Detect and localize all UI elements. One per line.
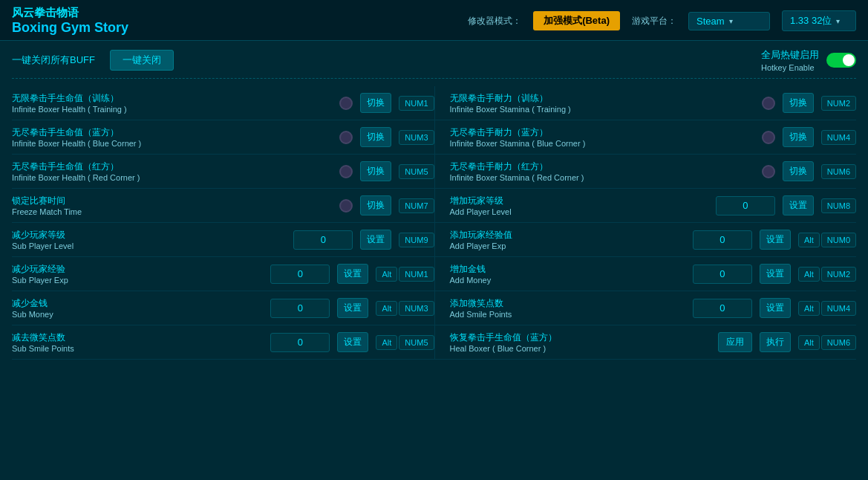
alt-badge: Alt xyxy=(376,335,397,350)
cheat-info: 无限拳击手耐力（训练） Infinite Boxer Stamina ( Tra… xyxy=(450,92,754,114)
value-input-left[interactable] xyxy=(270,333,330,352)
key-badge-left: NUM5 xyxy=(399,164,434,179)
cheat-row: 无限拳击手耐力（训练） Infinite Boxer Stamina ( Tra… xyxy=(434,86,857,120)
cheat-cn: 减少玩家经验 xyxy=(12,263,263,276)
top-bar-right: 全局热键启用 Hotkey Enable xyxy=(761,48,856,72)
value-input-left[interactable] xyxy=(270,299,330,318)
cheat-en: Infinite Boxer Health ( Training ) xyxy=(12,105,332,114)
cheat-info: 无尽拳击手生命值（红方） Infinite Boxer Health ( Red… xyxy=(12,160,332,182)
cheat-cn: 无尽拳击手生命值（蓝方） xyxy=(12,126,332,139)
action-btn-right[interactable]: 切换 xyxy=(783,161,814,181)
cheat-info: 添加微笑点数 Add Smile Points xyxy=(450,297,685,319)
action-btn-left[interactable]: 切换 xyxy=(360,93,391,113)
buff-label: 一键关闭所有BUFF xyxy=(12,53,95,67)
value-input-right[interactable] xyxy=(693,299,752,318)
key-badge-group: Alt NUM5 xyxy=(376,335,434,350)
main-content: 一键关闭所有BUFF 一键关闭 全局热键启用 Hotkey Enable 无限拳… xyxy=(0,41,868,367)
cheat-row: 增加金钱 Add Money 设置 Alt NUM2 xyxy=(434,257,857,291)
cheat-cn: 锁定比赛时间 xyxy=(12,195,332,207)
action-btn-right[interactable]: 设置 xyxy=(760,298,791,318)
alt-badge: Alt xyxy=(376,301,397,316)
action-btn-right[interactable]: 设置 xyxy=(760,230,791,250)
apply-btn-right[interactable]: 应用 xyxy=(718,332,752,352)
cheat-row: 减少金钱 Sub Money 设置 Alt NUM3 xyxy=(12,291,434,325)
key-badge-group: NUM9 xyxy=(399,233,434,247)
cheat-info: 恢复拳击手生命值（蓝方） Heal Boxer ( Blue Corner ) xyxy=(450,331,711,353)
mode-label: 修改器模式： xyxy=(468,15,521,27)
action-btn-right[interactable]: 切换 xyxy=(783,93,814,113)
action-btn-left[interactable]: 切换 xyxy=(360,195,391,215)
hotkey-cn: 全局热键启用 xyxy=(761,48,819,62)
platform-select[interactable]: Steam ▾ xyxy=(688,12,770,30)
toggle-left[interactable] xyxy=(339,165,353,178)
cheat-row: 添加微笑点数 Add Smile Points 设置 Alt NUM4 xyxy=(434,291,857,325)
action-btn-right[interactable]: 切换 xyxy=(783,127,814,147)
top-bar: 一键关闭所有BUFF 一键关闭 全局热键启用 Hotkey Enable xyxy=(12,48,856,79)
cheat-en: Add Smile Points xyxy=(450,310,685,319)
toggle-right[interactable] xyxy=(762,97,775,110)
action-btn-left[interactable]: 设置 xyxy=(337,264,368,284)
hotkey-toggle[interactable] xyxy=(826,53,856,68)
action-btn-left[interactable]: 切换 xyxy=(360,161,391,181)
title-en: Boxing Gym Story xyxy=(12,20,128,36)
hotkey-en: Hotkey Enable xyxy=(761,63,815,72)
cheat-cn: 无限拳击手生命值（训练） xyxy=(12,92,332,105)
cheat-en: Infinite Boxer Health ( Blue Corner ) xyxy=(12,139,332,148)
alt-badge: Alt xyxy=(798,233,820,247)
value-input-left[interactable] xyxy=(293,230,353,250)
cheat-info: 无限拳击手生命值（训练） Infinite Boxer Health ( Tra… xyxy=(12,92,332,114)
key-badge-right: NUM2 xyxy=(821,96,856,111)
toggle-right[interactable] xyxy=(762,131,775,144)
header-right: 修改器模式： 加强模式(Beta) 游戏平台： Steam ▾ 1.33 32位… xyxy=(468,10,856,31)
key-badge-left: NUM9 xyxy=(399,233,434,247)
cheat-en: Infinite Boxer Health ( Red Corner ) xyxy=(12,173,332,182)
cheat-row: 无尽拳击手耐力（红方） Infinite Boxer Stamina ( Red… xyxy=(434,155,857,189)
alt-badge: Alt xyxy=(376,267,397,282)
mode-button[interactable]: 加强模式(Beta) xyxy=(533,11,620,30)
key-badge-right: NUM0 xyxy=(821,233,856,247)
key-badge-group: Alt NUM0 xyxy=(798,233,856,247)
key-badge-group: Alt NUM3 xyxy=(376,301,434,316)
key-badge-left: NUM3 xyxy=(399,130,434,145)
cheat-row: 减去微笑点数 Sub Smile Points 设置 Alt NUM5 xyxy=(12,325,434,360)
action-btn-left[interactable]: 设置 xyxy=(337,332,368,352)
cheat-info: 无尽拳击手耐力（蓝方） Infinite Boxer Stamina ( Blu… xyxy=(450,126,754,148)
platform-value: Steam xyxy=(696,16,725,27)
cheat-cn: 添加微笑点数 xyxy=(450,297,685,310)
cheat-row: 无尽拳击手生命值（蓝方） Infinite Boxer Health ( Blu… xyxy=(12,120,434,155)
key-badge-right: NUM2 xyxy=(821,267,856,282)
action-btn-left[interactable]: 设置 xyxy=(360,230,391,250)
close-all-button[interactable]: 一键关闭 xyxy=(110,50,174,71)
cheat-row: 添加玩家经验值 Add Player Exp 设置 Alt NUM0 xyxy=(434,223,857,257)
value-input-left[interactable] xyxy=(270,265,330,284)
cheat-info: 减少玩家等级 Sub Player Level xyxy=(12,229,286,250)
cheat-row: 无尽拳击手耐力（蓝方） Infinite Boxer Stamina ( Blu… xyxy=(434,120,857,155)
cheat-row: 减少玩家等级 Sub Player Level 设置 NUM9 xyxy=(12,223,434,257)
top-bar-left: 一键关闭所有BUFF 一键关闭 xyxy=(12,50,174,71)
cheat-info: 添加玩家经验值 Add Player Exp xyxy=(450,229,685,250)
cheat-cn: 恢复拳击手生命值（蓝方） xyxy=(450,331,711,344)
cheat-info: 减少玩家经验 Sub Player Exp xyxy=(12,263,263,285)
value-input-right[interactable] xyxy=(693,230,752,250)
action-btn-right[interactable]: 设置 xyxy=(760,264,791,284)
key-badge-right: NUM8 xyxy=(821,198,856,213)
header: 风云拳击物语 Boxing Gym Story 修改器模式： 加强模式(Beta… xyxy=(0,0,868,41)
toggle-left[interactable] xyxy=(339,97,353,110)
version-select[interactable]: 1.33 32位 ▾ xyxy=(782,10,856,31)
cheat-cn: 无尽拳击手生命值（红方） xyxy=(12,160,332,173)
cheat-cn: 添加玩家经验值 xyxy=(450,229,685,241)
value-input-right[interactable] xyxy=(716,196,775,215)
action-btn-left[interactable]: 设置 xyxy=(337,298,368,318)
key-badge-left: NUM7 xyxy=(399,198,434,213)
toggle-left[interactable] xyxy=(339,131,353,144)
hotkey-section: 全局热键启用 Hotkey Enable xyxy=(761,48,819,72)
action-btn-left[interactable]: 切换 xyxy=(360,127,391,147)
toggle-left[interactable] xyxy=(339,199,353,213)
action-btn-right[interactable]: 设置 xyxy=(783,195,814,215)
toggle-right[interactable] xyxy=(762,165,775,178)
cheat-en: Infinite Boxer Stamina ( Blue Corner ) xyxy=(450,139,754,148)
alt-badge: Alt xyxy=(798,267,820,282)
alt-badge: Alt xyxy=(798,301,820,316)
exec-btn-right[interactable]: 执行 xyxy=(760,332,791,352)
value-input-right[interactable] xyxy=(693,265,752,284)
